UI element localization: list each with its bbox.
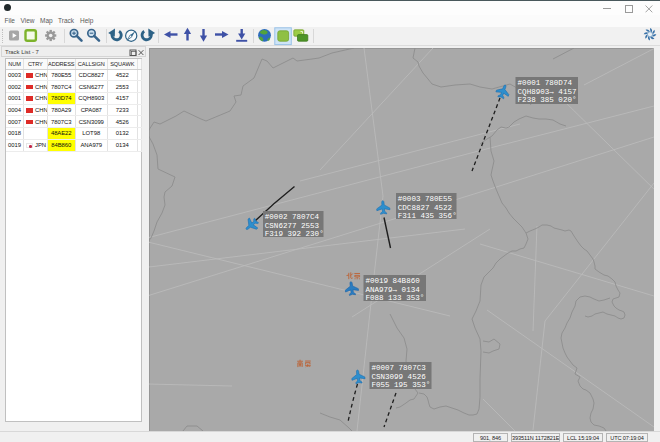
svg-text:#0002 7807C4: #0002 7807C4	[265, 213, 320, 221]
svg-text:CQH8903→ 4157: CQH8903→ 4157	[518, 88, 577, 96]
svg-text:CSN6277 2553: CSN6277 2553	[265, 222, 320, 230]
svg-text:#0001 780D74: #0001 780D74	[518, 79, 573, 87]
svg-text:F319 392 230°: F319 392 230°	[265, 230, 324, 238]
svg-text:#0007 7807C3: #0007 7807C3	[371, 364, 426, 372]
svg-text:CDC8827 4522: CDC8827 4522	[398, 204, 452, 212]
svg-text:F055 195 353°: F055 195 353°	[371, 381, 430, 389]
svg-text:#0003 780E55: #0003 780E55	[398, 195, 453, 203]
svg-text:F088 133 353°: F088 133 353°	[365, 294, 424, 302]
svg-text:F238 385 020°: F238 385 020°	[518, 96, 577, 104]
svg-text:CSN3099 4526: CSN3099 4526	[371, 373, 426, 381]
svg-text:#0019 84B860: #0019 84B860	[365, 277, 420, 285]
svg-text:F311 435 356°: F311 435 356°	[398, 212, 457, 220]
svg-text:ANA979→ 0134: ANA979→ 0134	[365, 286, 420, 294]
